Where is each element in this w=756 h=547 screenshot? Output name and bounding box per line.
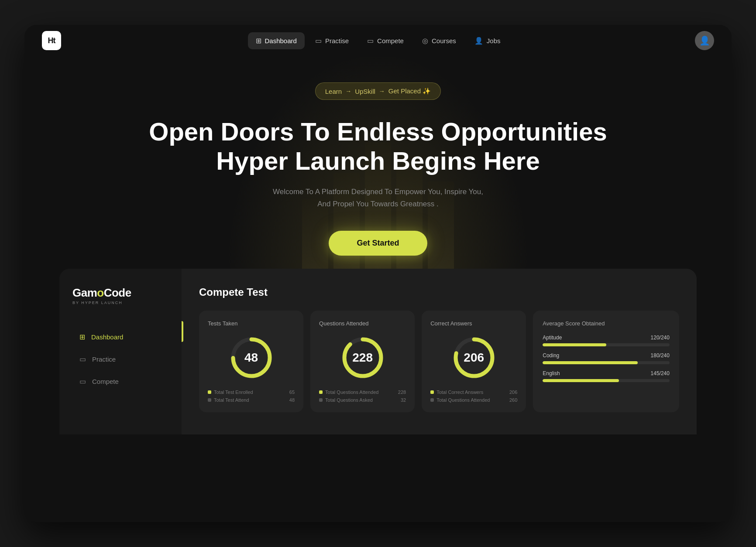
dot-gray-2 <box>319 398 323 402</box>
dot-yellow <box>208 390 211 394</box>
nav-item-dashboard[interactable]: ⊞ Dashboard <box>248 32 305 49</box>
hero-title: Open Doors To Endless Opportunities Hype… <box>42 117 714 175</box>
stat-details-answers: Total Correct Answers 206 Total Question… <box>430 390 517 403</box>
score-card: Average Score Obtained Aptitude 120/240 <box>533 311 679 412</box>
dot-yellow-3 <box>430 390 434 394</box>
dot-gray-3 <box>430 398 434 402</box>
dot-yellow-2 <box>319 390 323 394</box>
practise-icon: ▭ <box>315 37 322 45</box>
score-english: English 145/240 <box>543 370 670 382</box>
sidebar-practice-icon: ▭ <box>79 355 86 363</box>
nav-links: ⊞ Dashboard ▭ Practise ▭ Compete ◎ Cours… <box>248 32 509 49</box>
nav-item-compete[interactable]: ▭ Compete <box>359 32 412 49</box>
arrow-icon-1: → <box>345 88 351 95</box>
sidebar-nav: ⊞ Dashboard ▭ Practice ▭ Compete <box>72 327 168 392</box>
hero-badge: Learn → UpSkill → Get Placed ✨ <box>315 82 441 100</box>
dot-gray <box>208 398 211 402</box>
arrow-icon-2: → <box>379 88 385 95</box>
donut-tests: 48 <box>227 334 275 382</box>
main-section-title: Compete Test <box>199 286 679 298</box>
dashboard-icon: ⊞ <box>256 37 261 45</box>
courses-icon: ◎ <box>422 37 428 45</box>
sidebar-item-dashboard[interactable]: ⊞ Dashboard <box>72 327 168 347</box>
nav-item-jobs[interactable]: 👤 Jobs <box>467 32 509 49</box>
aptitude-bar <box>543 343 606 346</box>
user-avatar[interactable]: 👤 <box>695 31 714 50</box>
hero-section: Learn → UpSkill → Get Placed ✨ Open Door… <box>24 56 732 269</box>
stat-card-tests: Tests Taken 48 Total Test Enrolled <box>199 311 303 412</box>
navbar: Ht ⊞ Dashboard ▭ Practise ▭ Compete ◎ Co… <box>24 25 732 56</box>
coding-bar <box>543 361 638 364</box>
hero-subtitle: Welcome To A Platform Designed To Empowe… <box>42 186 714 209</box>
logo[interactable]: Ht <box>42 31 61 50</box>
get-started-button[interactable]: Get Started <box>329 231 427 256</box>
stat-card-answers: Correct Answers 206 Total Correct Answ <box>422 311 526 412</box>
score-aptitude: Aptitude 120/240 <box>543 335 670 346</box>
nav-item-courses[interactable]: ◎ Courses <box>414 32 464 49</box>
compete-icon: ▭ <box>367 37 374 45</box>
sidebar-logo: GamoCode BY HYPER LAUNCH <box>72 286 168 305</box>
score-coding: Coding 180/240 <box>543 352 670 364</box>
sidebar-item-compete[interactable]: ▭ Compete <box>72 371 168 392</box>
app-frame: Ht ⊞ Dashboard ▭ Practise ▭ Compete ◎ Co… <box>24 25 732 522</box>
nav-item-practise[interactable]: ▭ Practise <box>307 32 357 49</box>
sidebar-active-indicator <box>182 321 183 342</box>
english-bar <box>543 379 619 382</box>
stats-grid: Tests Taken 48 Total Test Enrolled <box>199 311 679 412</box>
mockup-main: Compete Test Tests Taken 48 <box>182 269 697 434</box>
sidebar-logo-text: GamoCode <box>72 286 168 300</box>
stat-card-questions: Questions Attended 228 Total Questions <box>310 311 415 412</box>
dashboard-mockup: GamoCode BY HYPER LAUNCH ⊞ Dashboard ▭ P… <box>59 269 697 434</box>
mockup-sidebar: GamoCode BY HYPER LAUNCH ⊞ Dashboard ▭ P… <box>59 269 182 434</box>
stat-details-questions: Total Questions Attended 228 Total Quest… <box>319 390 406 403</box>
sidebar-compete-icon: ▭ <box>79 377 86 386</box>
sidebar-item-practice[interactable]: ▭ Practice <box>72 349 168 369</box>
stat-details-tests: Total Test Enrolled 65 Total Test Attend… <box>208 390 295 403</box>
sidebar-dashboard-icon: ⊞ <box>79 333 85 341</box>
donut-questions: 228 <box>339 334 387 382</box>
jobs-icon: 👤 <box>474 37 483 45</box>
donut-answers: 206 <box>450 334 498 382</box>
